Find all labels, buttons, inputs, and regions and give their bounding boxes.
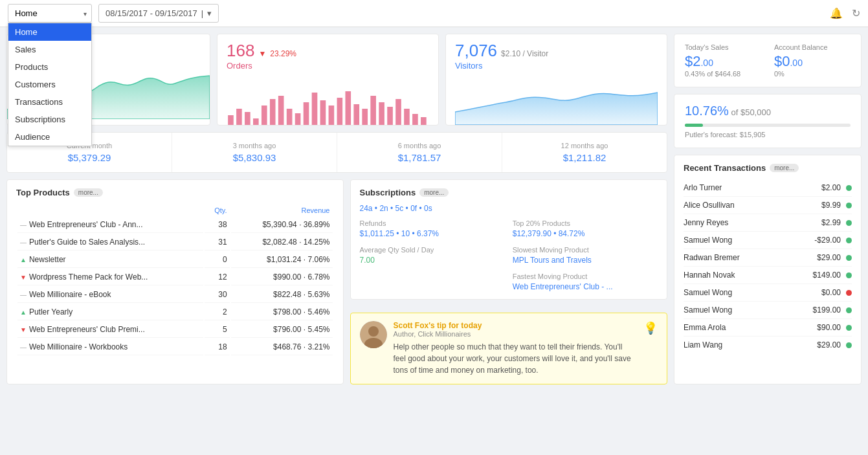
svg-rect-23 bbox=[421, 117, 427, 125]
transaction-amount: $2.00 bbox=[808, 183, 841, 192]
trend-icon: ▲ bbox=[20, 309, 27, 316]
tip-text: Help other people so much that they want… bbox=[394, 341, 638, 376]
svg-rect-0 bbox=[228, 115, 234, 125]
products-more-badge[interactable]: more... bbox=[74, 188, 103, 197]
nav-item-products[interactable]: Products bbox=[8, 58, 91, 76]
summary-6months: 6 months ago $1,781.57 bbox=[337, 133, 502, 172]
transaction-row: Samuel Wong $0.00 bbox=[684, 284, 852, 302]
slowest-section: Slowest Moving Product MPL Tours and Tra… bbox=[513, 246, 658, 265]
summary-6m-label: 6 months ago bbox=[344, 142, 495, 150]
lightbulb-icon: 💡 bbox=[643, 321, 658, 376]
date-range-text: 08/15/2017 - 09/15/2017 bbox=[106, 8, 197, 18]
table-row: —Putler's Guide to Sales Analysis... 31 … bbox=[17, 234, 333, 250]
goal-percent: 10.76% bbox=[685, 104, 729, 118]
recent-transactions-card: Recent Transactions more... Arlo Turner … bbox=[674, 155, 862, 384]
nav-item-audience[interactable]: Audience bbox=[8, 128, 91, 146]
notification-icon[interactable]: 🔔 bbox=[830, 7, 843, 19]
todays-sales-value: $2.00 bbox=[685, 53, 761, 70]
svg-rect-7 bbox=[287, 109, 293, 125]
svg-rect-2 bbox=[245, 112, 250, 125]
product-qty: 12 bbox=[205, 269, 229, 285]
product-revenue: $1,031.24 · 7.06% bbox=[231, 252, 333, 268]
transaction-amount: $29.00 bbox=[808, 340, 841, 350]
date-range-picker[interactable]: 08/15/2017 - 09/15/2017 | ▾ bbox=[98, 4, 219, 23]
orders-label: Orders bbox=[227, 61, 429, 71]
nav-item-subscriptions[interactable]: Subscriptions bbox=[8, 111, 91, 128]
summary-current-value: $5,379.29 bbox=[14, 152, 165, 163]
main-content: Revenue 38% bbox=[0, 27, 868, 391]
product-revenue: $5,390.94 · 36.89% bbox=[231, 217, 333, 233]
subscriptions-value: 24a • 2n • 5c • 0f • 0s bbox=[360, 204, 658, 213]
top-products-card: Top Products more... Qty. Revenue —Web E… bbox=[6, 179, 344, 384]
svg-rect-4 bbox=[262, 105, 267, 125]
right-column: Today's Sales $2.00 0.43% of $464.68 Acc… bbox=[674, 34, 862, 384]
orders-trend-pct: 23.29% bbox=[270, 49, 296, 58]
subscriptions-more[interactable]: more... bbox=[419, 188, 449, 197]
sales-balance-card: Today's Sales $2.00 0.43% of $464.68 Acc… bbox=[674, 34, 862, 87]
product-name: —Web Millionaire - eBook bbox=[17, 287, 203, 303]
slowest-value: MPL Tours and Travels bbox=[513, 256, 658, 265]
product-name: ▼Wordpress Theme Pack for Web... bbox=[17, 269, 203, 285]
transactions-title: Recent Transactions bbox=[684, 163, 766, 173]
svg-rect-21 bbox=[404, 109, 410, 125]
account-balance-item: Account Balance $0.00 0% bbox=[774, 43, 851, 78]
product-revenue: $468.76 · 3.21% bbox=[231, 339, 333, 355]
table-row: —Web Millionaire - Workbooks 18 $468.76 … bbox=[17, 339, 333, 355]
table-row: —Web Millionaire - eBook 30 $822.48 · 5.… bbox=[17, 287, 333, 303]
nav-item-home[interactable]: Home bbox=[8, 23, 91, 41]
product-name: —Web Millionaire - Workbooks bbox=[17, 339, 203, 355]
refresh-icon[interactable]: ↻ bbox=[852, 7, 860, 19]
tip-author-line: Scott Fox's tip for today bbox=[394, 321, 638, 330]
nav-item-sales[interactable]: Sales bbox=[8, 41, 91, 58]
refunds-value: $1,011.25 • 10 • 6.37% bbox=[360, 229, 505, 238]
trend-icon: ▼ bbox=[20, 274, 27, 281]
fastest-section: Fastest Moving Product Web Entrepreneurs… bbox=[513, 272, 658, 291]
visitors-value: 7,076 bbox=[455, 41, 497, 61]
svg-rect-19 bbox=[387, 107, 393, 125]
transaction-name: Emma Arola bbox=[684, 323, 808, 332]
nav-dropdown-button[interactable]: Home bbox=[8, 4, 92, 23]
product-name: —Putler's Guide to Sales Analysis... bbox=[17, 234, 203, 250]
products-card-header: Top Products more... bbox=[16, 188, 334, 197]
nav-menu: Home Sales Products Customers Transactio… bbox=[8, 23, 92, 146]
goal-percent-line: 10.76% of $50,000 bbox=[685, 104, 851, 118]
transaction-status-dot bbox=[846, 307, 852, 313]
transaction-amount: $0.00 bbox=[808, 288, 841, 297]
date-range-separator: | bbox=[201, 8, 203, 18]
transactions-more[interactable]: more... bbox=[770, 164, 799, 172]
transaction-row: Liam Wang $29.00 bbox=[684, 337, 852, 353]
col-revenue-header: Revenue bbox=[231, 205, 333, 216]
transaction-name: Samuel Wong bbox=[684, 305, 808, 315]
transaction-amount: $149.00 bbox=[808, 271, 841, 280]
col-name-header bbox=[17, 205, 203, 216]
account-balance-sub: 0% bbox=[774, 70, 851, 78]
summary-12months: 12 months ago $1,211.82 bbox=[502, 133, 667, 172]
top20-label: Top 20% Products bbox=[513, 219, 658, 227]
transaction-status-dot bbox=[846, 185, 852, 191]
nav-item-customers[interactable]: Customers bbox=[8, 76, 91, 93]
transactions-list: Arlo Turner $2.00 Alice Osullivan $9.99 … bbox=[684, 179, 852, 353]
product-name: ▲Newsletter bbox=[17, 252, 203, 268]
avg-qty-label: Average Qty Sold / Day bbox=[360, 246, 505, 254]
transaction-name: Radwan Bremer bbox=[684, 253, 808, 262]
transaction-name: Samuel Wong bbox=[684, 288, 808, 297]
product-qty: 2 bbox=[205, 304, 229, 320]
visitors-label: Visitors bbox=[455, 61, 658, 71]
nav-item-transactions[interactable]: Transactions bbox=[8, 93, 91, 111]
table-row: ▼Web Entrepreneurs' Club Premi... 5 $796… bbox=[17, 322, 333, 338]
product-qty: 31 bbox=[205, 234, 229, 250]
product-revenue: $822.48 · 5.63% bbox=[231, 287, 333, 303]
summary-3m-value: $5,830.93 bbox=[179, 152, 330, 163]
transaction-status-dot bbox=[846, 342, 852, 348]
transactions-header: Recent Transactions more... bbox=[684, 163, 852, 173]
nav-dropdown[interactable]: Home ▾ Home Sales Products Customers Tra… bbox=[8, 4, 92, 23]
summary-3months: 3 months ago $5,830.93 bbox=[172, 133, 337, 172]
visitors-rate: $2.10 / Visitor bbox=[501, 49, 548, 58]
visitors-card: 7,076 $2.10 / Visitor Visitors bbox=[445, 34, 667, 126]
date-range-arrow-icon[interactable]: ▾ bbox=[207, 8, 212, 18]
transaction-amount: $199.00 bbox=[808, 305, 841, 315]
transaction-status-dot bbox=[846, 272, 852, 278]
tip-avatar bbox=[360, 321, 387, 348]
tip-card: Scott Fox's tip for today Author, Click … bbox=[350, 313, 668, 384]
summary-row: Current month $5,379.29 3 months ago $5,… bbox=[6, 132, 667, 173]
